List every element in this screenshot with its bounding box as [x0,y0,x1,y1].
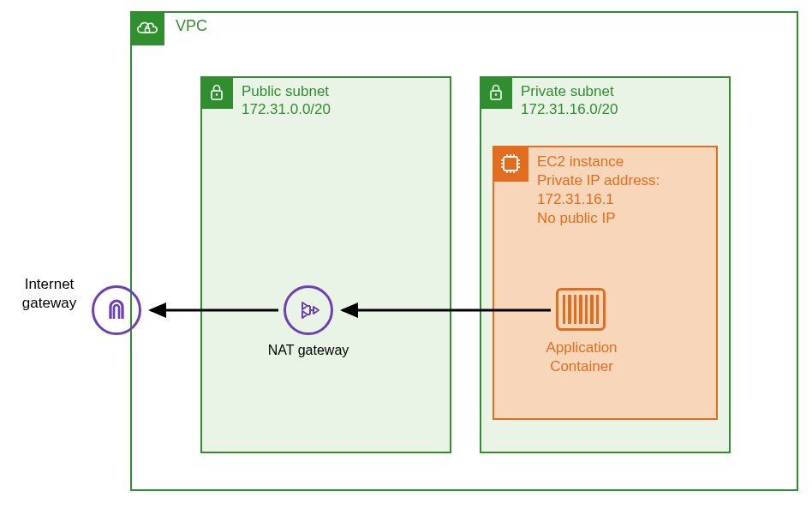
public-subnet [200,76,451,453]
cloud-lock-icon [130,11,164,45]
private-subnet-label: Private subnet 172.31.16.0/20 [521,82,618,119]
igw-line2: gateway [22,295,76,311]
app-container-line1: Application [546,339,617,356]
nat-gateway-label: NAT gateway [266,343,351,358]
ec2-ip: 172.31.16.1 [537,191,614,207]
chip-icon [493,146,528,182]
public-subnet-label: Public subnet 172.31.0.0/20 [242,82,331,119]
ec2-text: EC2 instance Private IP address: 172.31.… [537,153,660,228]
container-icon [556,288,606,331]
svg-rect-5 [504,157,517,171]
vpc-label: VPC [176,17,207,35]
ec2-no-public: No public IP [537,210,616,226]
public-subnet-cidr: 172.31.0.0/20 [242,101,331,117]
igw-line1: Internet [25,276,75,292]
svg-point-4 [495,93,497,95]
ec2-title: EC2 instance [537,153,624,170]
app-container-label: Application Container [543,338,620,376]
internet-gateway-label: Internet gateway [17,275,81,313]
private-subnet-cidr: 172.31.16.0/20 [521,101,618,117]
lock-icon [480,76,512,109]
public-subnet-title: Public subnet [242,83,329,99]
diagram-canvas: VPC Public subnet 172.31.0.0/20 Private … [0,0,812,515]
private-subnet-title: Private subnet [521,83,614,99]
ec2-ip-label: Private IP address: [537,172,660,189]
internet-gateway-icon [92,285,141,335]
nat-gateway-icon [284,285,333,335]
svg-point-2 [216,93,218,95]
lock-icon [200,76,233,109]
app-container-line2: Container [550,358,613,374]
